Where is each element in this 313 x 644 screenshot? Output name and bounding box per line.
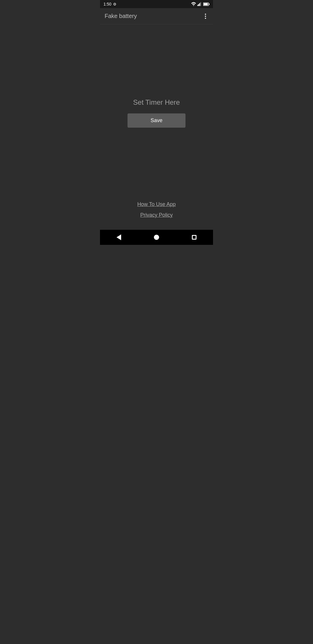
app-bar-title: Fake battery [105, 13, 137, 19]
overflow-dot-2 [205, 16, 206, 17]
svg-rect-5 [209, 3, 210, 5]
privacy-policy-link[interactable]: Privacy Policy [140, 212, 173, 218]
bottom-links: How To Use App Privacy Policy [100, 201, 213, 230]
back-icon [117, 234, 121, 240]
battery-icon [203, 2, 210, 6]
wifi-icon [191, 2, 196, 6]
recents-icon [192, 235, 196, 240]
home-icon [154, 235, 159, 240]
nav-recents-button[interactable] [183, 232, 205, 243]
set-timer-label: Set Timer Here [133, 98, 180, 106]
save-button[interactable]: Save [128, 113, 185, 128]
nav-home-button[interactable] [145, 232, 168, 243]
status-bar-right [191, 2, 210, 6]
overflow-menu-button[interactable] [203, 11, 208, 21]
status-time: 1:50 [103, 2, 111, 6]
overflow-dot-1 [205, 14, 206, 15]
svg-rect-6 [203, 3, 208, 5]
nav-bar [100, 230, 213, 245]
overflow-dot-3 [205, 18, 206, 19]
svg-rect-2 [199, 3, 200, 6]
svg-rect-0 [197, 5, 198, 6]
status-bar: 1:50 ⚙ [100, 0, 213, 8]
settings-icon: ⚙ [113, 2, 117, 6]
app-bar: Fake battery [100, 8, 213, 24]
status-bar-left: 1:50 ⚙ [103, 2, 117, 6]
signal-icon [197, 2, 202, 6]
nav-back-button[interactable] [108, 231, 130, 243]
svg-rect-1 [198, 4, 199, 6]
how-to-use-link[interactable]: How To Use App [137, 201, 176, 207]
main-content: Set Timer Here Save [100, 24, 213, 201]
svg-rect-3 [200, 2, 201, 6]
